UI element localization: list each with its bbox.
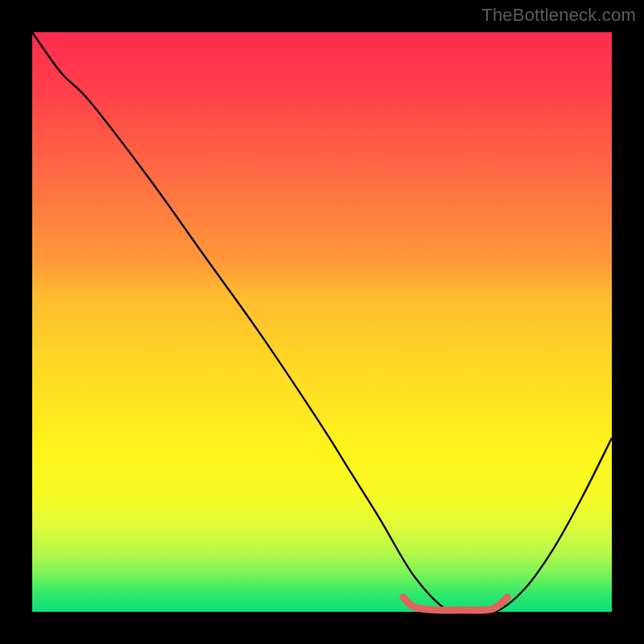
- bottleneck-curve: [32, 32, 612, 614]
- chart-svg: [32, 32, 612, 612]
- optimal-range-marker: [403, 597, 508, 610]
- chart-frame: TheBottleneck.com: [0, 0, 644, 644]
- plot-area: [32, 32, 612, 612]
- watermark-text: TheBottleneck.com: [481, 5, 636, 26]
